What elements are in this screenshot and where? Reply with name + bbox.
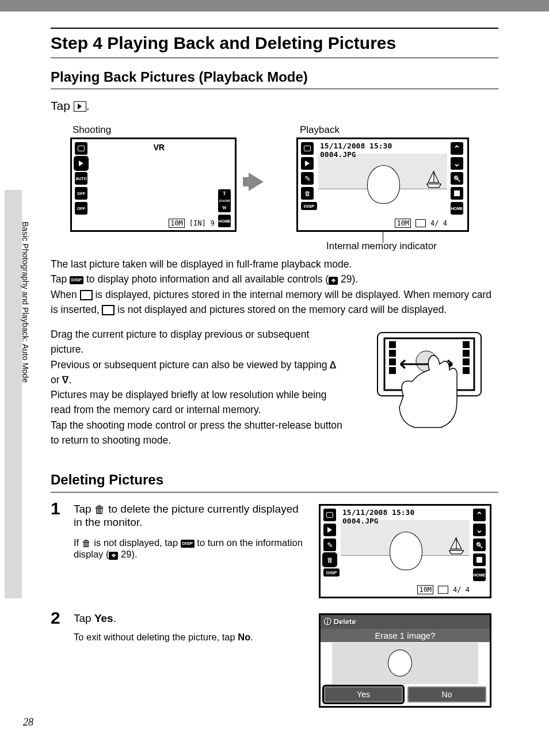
photo-preview bbox=[341, 520, 470, 585]
right-controls: TZOOMW HOME bbox=[218, 189, 232, 227]
timer-off-icon[interactable]: OFF bbox=[75, 187, 87, 200]
hand-drag-illustration bbox=[360, 327, 498, 439]
svg-rect-9 bbox=[463, 367, 470, 374]
home-icon[interactable]: HOME bbox=[451, 202, 463, 215]
macro-off-icon[interactable]: OFF bbox=[75, 202, 87, 215]
shooting-screen: AUTO OFF OFF VR TZOOMW HOME 10M [IN] 9 bbox=[70, 138, 237, 232]
internal-memory-icon bbox=[80, 290, 93, 300]
thumbnail-icon[interactable] bbox=[451, 187, 463, 200]
yes-button[interactable]: Yes bbox=[324, 686, 403, 702]
status-bar: 10M 4/ 4 bbox=[341, 585, 470, 594]
camera-icon[interactable] bbox=[301, 142, 314, 155]
section-heading: Deleting Pictures bbox=[51, 472, 163, 488]
image-size: 10M bbox=[417, 585, 433, 594]
memory-indicator: [IN] bbox=[189, 219, 206, 227]
prev-icon[interactable] bbox=[451, 142, 463, 155]
prev-icon[interactable] bbox=[473, 509, 486, 521]
svg-rect-5 bbox=[389, 367, 396, 374]
chevron-up-icon: ᐃ bbox=[330, 358, 336, 372]
shot-count: 9 bbox=[211, 219, 215, 227]
page-ref-icon: ❖ bbox=[329, 277, 338, 285]
sailboat-graphic bbox=[449, 537, 464, 555]
status-bar: 10M [IN] 9 bbox=[92, 219, 215, 228]
svg-rect-2 bbox=[389, 341, 396, 348]
step-1-note: If 🗑 is not displayed, tap DISP to turn … bbox=[74, 537, 304, 560]
manual-page: Basic Photography and Playback: Auto Mod… bbox=[0, 0, 549, 756]
section-sidebar: Basic Photography and Playback: Auto Mod… bbox=[21, 222, 30, 383]
dialog-message: Erase 1 image? bbox=[321, 629, 490, 642]
right-controls: HOME bbox=[473, 509, 487, 581]
section-heading: Playing Back Pictures (Playback Mode) bbox=[51, 69, 308, 85]
internal-memory-icon bbox=[102, 305, 115, 315]
playback-label: Playback bbox=[300, 124, 340, 136]
svg-rect-6 bbox=[463, 341, 470, 348]
photo-preview bbox=[318, 154, 447, 219]
home-icon[interactable]: HOME bbox=[473, 568, 486, 581]
dialog-title: ⓘ Delete bbox=[321, 615, 490, 629]
trash-icon[interactable] bbox=[323, 553, 336, 566]
header-bar-right bbox=[442, 0, 549, 12]
page-number: 28 bbox=[23, 716, 33, 728]
left-controls: DISP bbox=[323, 509, 337, 576]
thumbnail-icon[interactable] bbox=[473, 553, 486, 566]
frame-counter: 4/ 4 bbox=[430, 219, 447, 227]
header-bar-left bbox=[0, 0, 442, 12]
body-text: The last picture taken will be displayed… bbox=[51, 257, 498, 317]
rule bbox=[51, 492, 498, 492]
shooting-label: Shooting bbox=[73, 124, 111, 136]
playback-icon bbox=[74, 101, 86, 112]
auto-flash-icon[interactable]: AUTO bbox=[75, 172, 87, 185]
camera-icon[interactable] bbox=[75, 142, 87, 155]
right-controls: HOME bbox=[451, 142, 464, 215]
playback-icon[interactable] bbox=[323, 524, 336, 536]
disp-icon: DISP bbox=[181, 540, 195, 548]
delete-confirm-dialog: ⓘ Delete Erase 1 image? Yes No bbox=[319, 613, 491, 708]
svg-rect-4 bbox=[389, 358, 396, 365]
image-size: 10M bbox=[395, 219, 411, 228]
next-icon[interactable] bbox=[451, 157, 463, 170]
image-size: 10M bbox=[169, 219, 185, 228]
vr-indicator: VR bbox=[154, 143, 165, 152]
step-number: 1 bbox=[51, 499, 60, 518]
edit-icon[interactable] bbox=[301, 172, 314, 185]
no-button[interactable]: No bbox=[407, 686, 486, 702]
disp-button[interactable]: DISP bbox=[301, 202, 317, 210]
home-icon[interactable]: HOME bbox=[218, 215, 231, 227]
status-bar: 10M 4/ 4 bbox=[318, 219, 447, 228]
internal-memory-icon bbox=[415, 219, 426, 227]
left-controls: AUTO OFF OFF bbox=[75, 142, 89, 215]
dialog-buttons: Yes No bbox=[324, 686, 486, 702]
internal-memory-icon bbox=[438, 586, 448, 594]
playback-icon[interactable] bbox=[301, 157, 314, 170]
step-1-instruction: Tap 🗑 to delete the picture currently di… bbox=[74, 503, 304, 529]
disp-icon: DISP bbox=[70, 276, 83, 284]
trash-icon: 🗑 bbox=[94, 503, 105, 516]
frame-counter: 4/ 4 bbox=[453, 586, 470, 594]
trash-icon[interactable] bbox=[301, 187, 314, 200]
page-ref-icon: ❖ bbox=[109, 552, 118, 560]
zoom-icon[interactable] bbox=[451, 172, 463, 185]
zoom-icon[interactable] bbox=[473, 539, 486, 551]
text: Tap bbox=[51, 99, 74, 112]
thumb-tab bbox=[5, 190, 22, 598]
rule bbox=[51, 28, 498, 29]
svg-rect-8 bbox=[463, 358, 470, 365]
file-info: 15/11/2008 15:300004.JPG bbox=[342, 508, 414, 525]
playback-icon[interactable] bbox=[75, 157, 87, 170]
tap-instruction: Tap . bbox=[51, 99, 90, 113]
sailboat-graphic bbox=[426, 171, 441, 188]
edit-icon[interactable] bbox=[323, 539, 336, 551]
disp-button[interactable]: DISP bbox=[323, 568, 340, 576]
svg-rect-3 bbox=[389, 350, 396, 357]
arrow-icon bbox=[249, 173, 264, 191]
body-text: Drag the current picture to display prev… bbox=[51, 327, 344, 448]
step-2-note: To exit without deleting the picture, ta… bbox=[74, 632, 304, 643]
next-icon[interactable] bbox=[473, 524, 486, 536]
file-info: 15/11/2008 15:300004.JPG bbox=[320, 142, 392, 159]
camera-icon[interactable] bbox=[323, 509, 336, 521]
rule bbox=[51, 58, 498, 58]
svg-rect-7 bbox=[463, 350, 470, 357]
zoom-rocker[interactable]: TZOOMW bbox=[218, 189, 231, 212]
playback-screen-delete: 15/11/2008 15:300004.JPG DISP HOME 10M 4… bbox=[319, 504, 491, 598]
playback-screen: 15/11/2008 15:300004.JPG DISP HOME 10M 4… bbox=[296, 138, 469, 232]
